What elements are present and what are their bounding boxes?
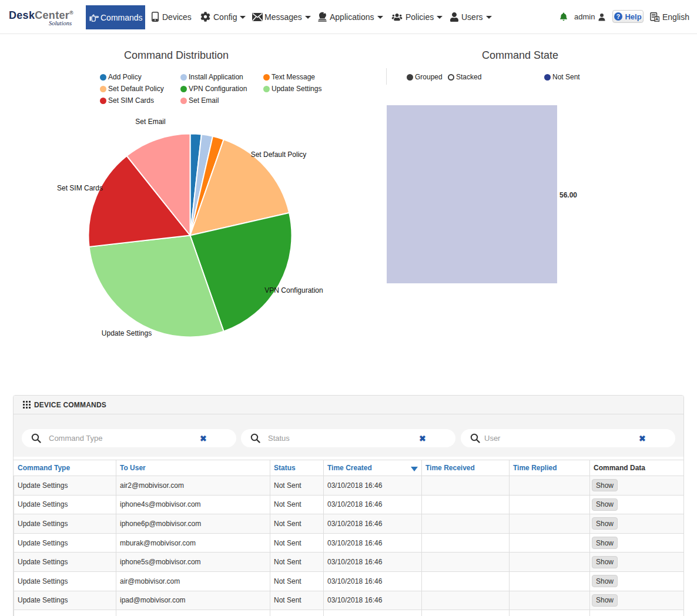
svg-text:?: ? bbox=[616, 13, 620, 20]
svg-text:Set Default Policy: Set Default Policy bbox=[251, 150, 307, 159]
svg-text:VPN Configuration: VPN Configuration bbox=[264, 286, 323, 294]
svg-text:A: A bbox=[655, 16, 659, 22]
svg-text:Set Email: Set Email bbox=[135, 118, 165, 126]
svg-text:Set SIM Cards: Set SIM Cards bbox=[57, 184, 103, 192]
svg-text:Update Settings: Update Settings bbox=[102, 329, 152, 337]
